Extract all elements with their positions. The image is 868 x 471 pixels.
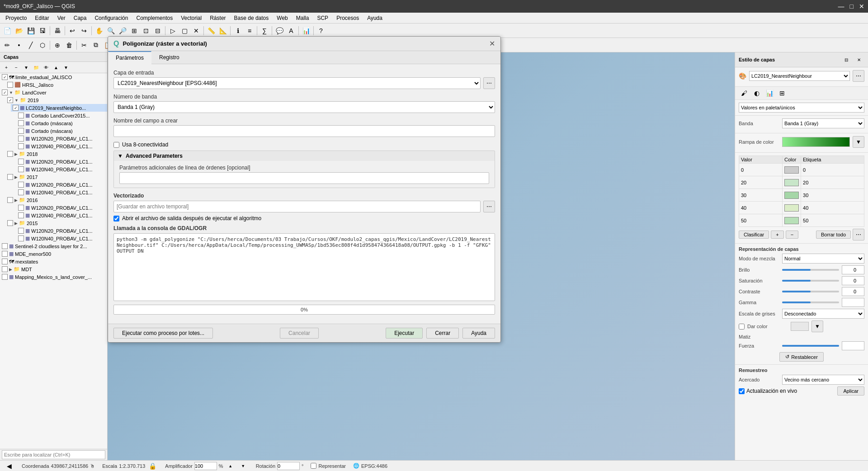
dialog-close-btn[interactable]: ✕ (489, 39, 495, 48)
add-layer-btn[interactable]: + (2, 63, 11, 72)
pan-btn[interactable]: ✋ (94, 25, 104, 36)
minus-btn[interactable]: − (786, 231, 798, 239)
layer-item-2015[interactable]: ▶ 📁 2015 (5, 219, 107, 227)
field-calc-btn[interactable]: ∑ (259, 25, 270, 36)
redo-btn[interactable]: ↪ (79, 25, 90, 36)
color-ramp-menu-btn[interactable]: ▼ (853, 136, 864, 148)
menu-configuracion[interactable]: Configuración (91, 14, 132, 22)
menu-vectorial[interactable]: Vectorial (177, 14, 205, 22)
contraste-input[interactable] (842, 287, 864, 296)
renderer-select[interactable]: Valores en paleta/únicos (739, 103, 864, 113)
deselect-btn[interactable]: ✕ (191, 25, 202, 36)
zoom-full-btn[interactable]: ⊞ (129, 25, 140, 36)
color-row-40[interactable]: 40 40 (739, 202, 864, 214)
layer-checkbox-limite[interactable] (2, 74, 8, 80)
style-paintbrush-btn[interactable]: 🖌 (739, 88, 750, 99)
layer-checkbox-mdt[interactable] (2, 266, 8, 272)
cut-btn[interactable]: ✂ (79, 40, 90, 51)
add-line-btn[interactable]: ╱ (25, 40, 36, 51)
color-row-30[interactable]: 30 30 (739, 189, 864, 202)
menu-procesos[interactable]: Procesos (333, 14, 363, 22)
layer-item-w120n20[interactable]: ▦ W120N20_PROBAV_LC1... (16, 135, 107, 142)
color-40[interactable] (783, 202, 801, 214)
color-row-20[interactable]: 20 20 (739, 176, 864, 189)
escala-grises-select[interactable]: Desconectado (782, 309, 864, 319)
style-panel-close-btn[interactable]: ✕ (854, 54, 864, 65)
menu-capa[interactable]: Capa (70, 14, 90, 22)
style-layer-menu-btn[interactable]: ⋯ (853, 70, 864, 82)
fuerza-input[interactable]: 100% (842, 341, 864, 350)
move-btn[interactable]: ⊕ (52, 40, 63, 51)
zoom-out-btn[interactable]: 🔎 (117, 25, 128, 36)
color-row-0[interactable]: 0 0 (739, 164, 864, 176)
contraste-slider[interactable] (782, 288, 839, 295)
actualizacion-vivo-checkbox[interactable] (739, 388, 745, 394)
advanced-header[interactable]: ▼ Advanced Parameters (114, 151, 495, 161)
layer-checkbox-w120n20[interactable] (18, 136, 24, 141)
layer-visible-btn[interactable]: 👁 (42, 63, 51, 72)
layer-search-input[interactable] (2, 450, 105, 459)
layer-checkbox-w120n20-2016[interactable] (18, 205, 24, 211)
layer-checkbox-w120n40-2017[interactable] (18, 189, 24, 195)
attributes-btn[interactable]: ≡ (244, 25, 255, 36)
brillo-slider[interactable] (782, 266, 839, 273)
layer-checkbox-mapping[interactable] (2, 274, 8, 280)
color-20[interactable] (783, 176, 801, 189)
layer-item-2019[interactable]: ▼ 📁 2019 (5, 96, 107, 104)
zoom-in-btn[interactable]: 🔍 (105, 25, 116, 36)
menu-ayuda[interactable]: Ayuda (363, 14, 386, 22)
digitize-btn[interactable]: ✏ (2, 40, 13, 51)
help-btn[interactable]: ? (316, 25, 326, 36)
remove-layer-btn[interactable]: − (12, 63, 21, 72)
filter-layer-btn[interactable]: ▼ (22, 63, 31, 72)
layer-item-w120n20-2016[interactable]: ▦ W120N20_PROBAV_LC1... (16, 204, 107, 212)
representar-checkbox[interactable] (311, 463, 316, 469)
zoom-select-btn[interactable]: ⊟ (152, 25, 163, 36)
scale-lock-btn[interactable]: 🔒 (147, 461, 158, 471)
amp-down-btn[interactable]: ▼ (238, 461, 249, 471)
capa-entrada-more-btn[interactable]: ⋯ (483, 77, 495, 89)
gamma-slider[interactable] (782, 299, 839, 306)
layer-checkbox-2015[interactable] (7, 220, 13, 226)
restablecer-btn[interactable]: ↺ Restablecer (779, 352, 824, 362)
undo-btn[interactable]: ↩ (67, 25, 78, 36)
vectorizado-more-btn[interactable]: ⋯ (483, 201, 495, 212)
layer-item-w120n40-2017[interactable]: ▦ W120N40_PROBAV_LC1... (16, 188, 107, 196)
menu-ver[interactable]: Ver (54, 14, 69, 22)
layer-item-w120n20-2018[interactable]: ▦ W120N20_PROBAV_LC1... (16, 158, 107, 165)
dar-color-btn[interactable]: ▼ (811, 320, 823, 332)
color-table-more-btn[interactable]: ⋯ (853, 229, 864, 240)
layer-item-mapping[interactable]: ▦ Mapping_Mexico_s_land_cover_... (0, 273, 107, 281)
measure-area-btn[interactable]: 📐 (217, 25, 228, 36)
style-panel-expand-btn[interactable]: ⊟ (841, 54, 852, 65)
layer-checkbox-w120n40-2018[interactable] (18, 166, 24, 172)
close-btn[interactable]: ✕ (859, 3, 864, 10)
style-transparency-btn[interactable]: ◐ (751, 88, 762, 99)
menu-raster[interactable]: Ráster (206, 14, 229, 22)
dar-color-checkbox[interactable] (739, 324, 745, 330)
layer-checkbox-mexstates[interactable] (2, 259, 8, 264)
layer-item-cortado1[interactable]: ▦ Cortado LandCover2015... (16, 112, 107, 119)
style-hist-btn[interactable]: 📊 (764, 88, 775, 99)
layer-checkbox-w120n20-2015[interactable] (18, 228, 24, 234)
style-layer-select[interactable]: LC2019_NearestNeighbour (749, 71, 850, 81)
save-as-btn[interactable]: 🖫 (37, 25, 48, 36)
amplificador-input[interactable] (194, 462, 217, 470)
saturacion-slider[interactable] (782, 277, 839, 284)
ejecutar-lotes-btn[interactable]: Ejecutar como proceso por lotes... (113, 328, 213, 339)
aplicar-btn[interactable]: Aplicar (837, 386, 864, 396)
ejecutar-btn[interactable]: Ejecutar (386, 328, 423, 339)
layer-item-mdt[interactable]: ▶ 📁 MDT (0, 265, 107, 273)
layer-checkbox-mde[interactable] (2, 251, 8, 257)
menu-base-datos[interactable]: Base de datos (231, 14, 273, 22)
open-group-btn[interactable]: 📁 (32, 63, 41, 72)
layer-item-landcover[interactable]: ▼ 📁 LandCover (0, 89, 107, 96)
layer-checkbox-cortado1[interactable] (18, 113, 24, 118)
color-row-50[interactable]: 50 50 (739, 214, 864, 227)
layer-item-cortado3[interactable]: ▦ Cortado (máscara) (16, 127, 107, 135)
layer-item-2018[interactable]: ▶ 📁 2018 (5, 150, 107, 158)
layer-item-w120n40-2015[interactable]: ▦ W120N40_PROBAV_LC1... (16, 235, 107, 242)
delete-btn[interactable]: 🗑 (64, 40, 75, 51)
menu-complementos[interactable]: Complementos (132, 14, 176, 22)
open-project-btn[interactable]: 📂 (14, 25, 24, 36)
